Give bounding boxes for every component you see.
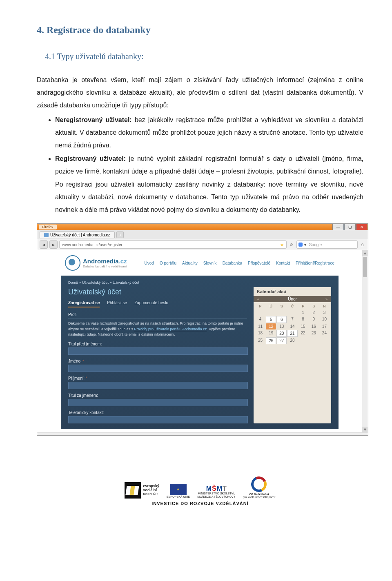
calendar-day[interactable]: 1 [298, 309, 308, 316]
opvk-logo: OP Vzdělávání pro konkurenceschopnost [243, 476, 275, 499]
calendar-day-header: P [255, 303, 265, 309]
calendar-day[interactable]: 12 [266, 323, 276, 329]
list-item-text: je nutné vyplnit základní registrační fo… [55, 155, 363, 213]
nav-link[interactable]: O portálu [160, 261, 176, 265]
calendar-widget: Kalendář akcí « Únor » PÚSČPSN1234567891… [254, 287, 331, 423]
address-bar[interactable]: www.andromedia.cz/user/register ★ [59, 240, 287, 249]
calendar-title: Kalendář akcí [254, 287, 331, 296]
label-prijmeni: Příjmení:* [68, 376, 247, 381]
calendar-day[interactable]: 7 [287, 316, 297, 323]
bookmark-star-icon[interactable]: ★ [280, 243, 284, 247]
calendar-day[interactable]: 5 [266, 316, 276, 323]
brand-tagline: Databanka dalšího vzdělávání [83, 265, 127, 268]
browser-tab[interactable]: Uživatelský účet | Andromedia.cz [40, 232, 115, 238]
calendar-day[interactable]: 25 [255, 337, 265, 344]
scroll-up-icon[interactable]: ▲ [362, 250, 368, 256]
access-types-list: Neregistrovaný uživatel: bez jakékoliv r… [37, 114, 363, 216]
search-placeholder: Google [309, 243, 322, 247]
scroll-down-icon[interactable]: ▼ [362, 427, 368, 432]
calendar-day-header: Ú [266, 303, 276, 309]
rules-link[interactable]: Pravidly pro uživatele portálu Andromedi… [134, 327, 207, 331]
calendar-day[interactable]: 22 [298, 330, 308, 337]
back-button[interactable]: ◄ [40, 240, 48, 249]
calendar-day [298, 337, 308, 344]
calendar-day-header: Č [287, 303, 297, 309]
calendar-day[interactable]: 3 [319, 309, 330, 316]
label-titul-pred: Titul před jménem: [68, 342, 247, 346]
vertical-scrollbar[interactable]: ▲ ▼ [362, 250, 368, 432]
calendar-day[interactable]: 24 [319, 330, 330, 337]
firefox-badge[interactable]: Firefox [39, 225, 57, 229]
input-telefon[interactable] [68, 416, 248, 423]
page-title: Uživatelský účet [68, 288, 247, 296]
minimize-button[interactable]: — [332, 224, 344, 230]
calendar-day-header: P [298, 303, 308, 309]
calendar-day[interactable]: 16 [309, 323, 319, 329]
calendar-day[interactable]: 15 [298, 323, 308, 329]
label-titul-za: Titul za jménem: [68, 393, 247, 398]
calendar-day[interactable]: 6 [276, 316, 287, 323]
calendar-day[interactable]: 11 [255, 323, 265, 329]
eu-flag-icon [170, 484, 187, 495]
browser-toolbar: ◄ ► www.andromedia.cz/user/register ★ ⟳ … [37, 239, 368, 250]
calendar-day[interactable]: 18 [255, 330, 265, 337]
calendar-day [266, 309, 276, 316]
nav-link[interactable]: Aktuality [182, 261, 198, 265]
calendar-day[interactable]: 17 [319, 323, 330, 329]
google-icon [298, 243, 303, 247]
list-item: Neregistrovaný uživatel: bez jakékoliv r… [55, 114, 363, 152]
scroll-thumb[interactable] [363, 257, 367, 277]
calendar-day[interactable]: 2 [309, 309, 319, 316]
calendar-day[interactable]: 27 [276, 337, 287, 344]
input-prijmeni[interactable] [68, 382, 248, 389]
tab-login[interactable]: Přihlásit se [107, 301, 127, 307]
esf-logo: evropský sociální fond v ČR [125, 482, 159, 499]
calendar-next-button[interactable]: » [324, 297, 329, 301]
calendar-day[interactable]: 23 [309, 330, 319, 337]
calendar-day[interactable]: 9 [309, 316, 319, 323]
intro-paragraph: Databanka je otevřena všem, kteří mají z… [37, 73, 363, 112]
close-button[interactable]: ✕ [356, 224, 368, 230]
calendar-month: Únor [288, 297, 297, 301]
calendar-prev-button[interactable]: « [256, 297, 261, 301]
nav-link[interactable]: Slovník [203, 261, 217, 265]
embedded-screenshot: Firefox — ▢ ✕ Uživatelský účet | Androme… [37, 223, 368, 436]
page-footer: evropský sociální fond v ČR EVROPSKÁ UNI… [37, 476, 363, 506]
list-item-bold: Neregistrovaný uživatel: [55, 116, 132, 123]
nav-link[interactable]: Úvod [145, 261, 154, 265]
maximize-button[interactable]: ▢ [344, 224, 356, 230]
calendar-grid: PÚSČPSN123456789101112131415161718192021… [254, 302, 331, 346]
tab-register[interactable]: Zaregistrovat se [68, 301, 100, 307]
site-logo[interactable]: Andromedia.cz Databanka dalšího vzdělává… [65, 255, 127, 271]
input-jmeno[interactable] [68, 365, 248, 372]
calendar-day[interactable]: 8 [298, 316, 308, 323]
breadcrumb: Domů » Uživatelský účet » Uživatelský úč… [68, 280, 331, 285]
home-button[interactable]: ⌂ [359, 242, 365, 247]
nav-link[interactable]: Databanka [223, 261, 242, 265]
intro-text: Děkujeme za Vaše rozhodnutí zaregistrova… [68, 321, 247, 338]
msmt-logo: MŠMT MINISTERSTVO ŠKOLSTVÍ, MLÁDEŽE A TĚ… [197, 485, 235, 499]
calendar-day[interactable]: 10 [319, 316, 330, 323]
nav-link[interactable]: Kontakt [276, 261, 290, 265]
url-text: www.andromedia.cz/user/register [62, 243, 122, 247]
calendar-day[interactable]: 21 [287, 330, 297, 337]
calendar-day[interactable]: 20 [276, 330, 287, 337]
calendar-day[interactable]: 4 [255, 316, 265, 323]
calendar-day-header: S [309, 303, 319, 309]
nav-link[interactable]: Přispěvatelé [248, 261, 270, 265]
calendar-day[interactable]: 26 [266, 337, 276, 344]
new-tab-button[interactable]: + [116, 232, 124, 238]
calendar-day[interactable]: 13 [276, 323, 287, 329]
opvk-ring-icon [249, 474, 269, 494]
calendar-day[interactable]: 19 [266, 330, 276, 337]
input-titul-za[interactable] [68, 399, 248, 406]
nav-link[interactable]: Přihlášení/Registrace [296, 261, 334, 265]
tab-forgot[interactable]: Zapomenuté heslo [134, 301, 168, 307]
calendar-day[interactable]: 28 [287, 337, 297, 344]
browser-tab-bar: Uživatelský účet | Andromedia.cz + [37, 230, 368, 239]
browser-search-input[interactable]: ▾ Google [296, 240, 358, 249]
forward-button[interactable]: ► [49, 240, 58, 249]
reload-button[interactable]: ⟳ [288, 243, 295, 247]
input-titul-pred[interactable] [68, 347, 248, 355]
calendar-day[interactable]: 14 [287, 323, 297, 329]
